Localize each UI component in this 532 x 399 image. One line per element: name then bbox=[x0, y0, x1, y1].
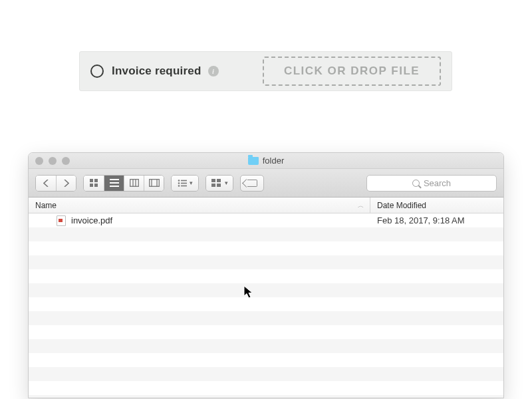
table-row bbox=[29, 283, 503, 297]
forward-button[interactable] bbox=[56, 176, 76, 191]
table-row bbox=[29, 241, 503, 255]
finder-window: folder bbox=[28, 152, 504, 398]
table-row bbox=[29, 395, 503, 398]
coverflow-view-button[interactable] bbox=[144, 176, 164, 191]
folder-icon bbox=[248, 157, 259, 165]
svg-point-13 bbox=[178, 180, 180, 182]
svg-rect-4 bbox=[110, 179, 119, 180]
svg-rect-7 bbox=[130, 180, 138, 187]
info-icon[interactable]: i bbox=[208, 66, 219, 76]
file-dropzone[interactable]: CLICK OR DROP FILE bbox=[263, 57, 441, 86]
nav-back-forward bbox=[35, 175, 76, 192]
arrange-group: ▾ bbox=[171, 175, 199, 192]
table-row bbox=[29, 227, 503, 241]
svg-rect-16 bbox=[181, 182, 187, 184]
svg-rect-2 bbox=[90, 184, 93, 187]
finder-toolbar: ▾ ▾ Search bbox=[29, 169, 503, 198]
svg-rect-14 bbox=[181, 180, 187, 181]
column-header-name-label: Name bbox=[35, 201, 57, 210]
svg-rect-5 bbox=[110, 182, 119, 184]
icon-view-button[interactable] bbox=[84, 176, 104, 191]
table-row bbox=[29, 325, 503, 339]
column-headers: Name 〈 Date Modified bbox=[29, 198, 503, 213]
svg-rect-21 bbox=[211, 184, 215, 187]
invoice-required-radio[interactable] bbox=[90, 65, 104, 78]
svg-rect-10 bbox=[149, 180, 159, 187]
table-row bbox=[29, 353, 503, 367]
column-header-date[interactable]: Date Modified bbox=[370, 198, 503, 213]
fullscreen-window-button[interactable] bbox=[62, 157, 70, 165]
column-header-date-label: Date Modified bbox=[377, 201, 426, 210]
file-name: invoice.pdf bbox=[71, 215, 112, 225]
search-placeholder: Search bbox=[424, 178, 451, 188]
table-row bbox=[29, 381, 503, 395]
action-button[interactable]: ▾ bbox=[206, 176, 233, 191]
list-view-button[interactable] bbox=[104, 176, 124, 191]
svg-rect-18 bbox=[181, 185, 187, 186]
invoice-upload-bar: Invoice required i CLICK OR DROP FILE bbox=[79, 51, 452, 91]
window-controls bbox=[35, 157, 70, 165]
invoice-required-label: Invoice required bbox=[112, 65, 201, 78]
file-list: invoice.pdf Feb 18, 2017, 9:18 AM bbox=[29, 213, 503, 398]
arrange-button[interactable]: ▾ bbox=[172, 176, 198, 191]
column-view-button[interactable] bbox=[124, 176, 144, 191]
svg-rect-0 bbox=[90, 179, 93, 182]
svg-rect-20 bbox=[217, 179, 221, 182]
svg-rect-6 bbox=[110, 186, 119, 187]
svg-rect-19 bbox=[211, 179, 215, 182]
sort-ascending-icon: 〈 bbox=[356, 202, 364, 208]
svg-rect-1 bbox=[94, 179, 98, 182]
search-icon bbox=[412, 180, 420, 187]
svg-rect-22 bbox=[217, 184, 221, 187]
action-group: ▾ bbox=[205, 175, 233, 192]
tags-button[interactable] bbox=[240, 175, 264, 192]
pdf-file-icon bbox=[57, 215, 66, 226]
table-row bbox=[29, 255, 503, 269]
table-row bbox=[29, 311, 503, 325]
table-row bbox=[29, 297, 503, 311]
view-mode-group bbox=[83, 175, 164, 192]
svg-point-17 bbox=[178, 185, 180, 187]
column-header-name[interactable]: Name 〈 bbox=[29, 198, 370, 213]
tag-icon bbox=[247, 180, 257, 187]
table-row bbox=[29, 269, 503, 283]
minimize-window-button[interactable] bbox=[49, 157, 57, 165]
file-date: Feb 18, 2017, 9:18 AM bbox=[370, 215, 503, 225]
table-row bbox=[29, 339, 503, 353]
finder-titlebar[interactable]: folder bbox=[29, 153, 503, 169]
close-window-button[interactable] bbox=[35, 157, 43, 165]
svg-rect-3 bbox=[94, 184, 98, 187]
table-row bbox=[29, 367, 503, 381]
chevron-down-icon: ▾ bbox=[190, 180, 193, 186]
table-row[interactable]: invoice.pdf Feb 18, 2017, 9:18 AM bbox=[29, 213, 503, 227]
dropzone-label: CLICK OR DROP FILE bbox=[284, 65, 420, 78]
search-input[interactable]: Search bbox=[366, 175, 497, 192]
svg-point-15 bbox=[178, 182, 180, 184]
back-button[interactable] bbox=[36, 176, 56, 191]
chevron-down-icon: ▾ bbox=[225, 180, 228, 186]
window-title: folder bbox=[263, 156, 285, 166]
